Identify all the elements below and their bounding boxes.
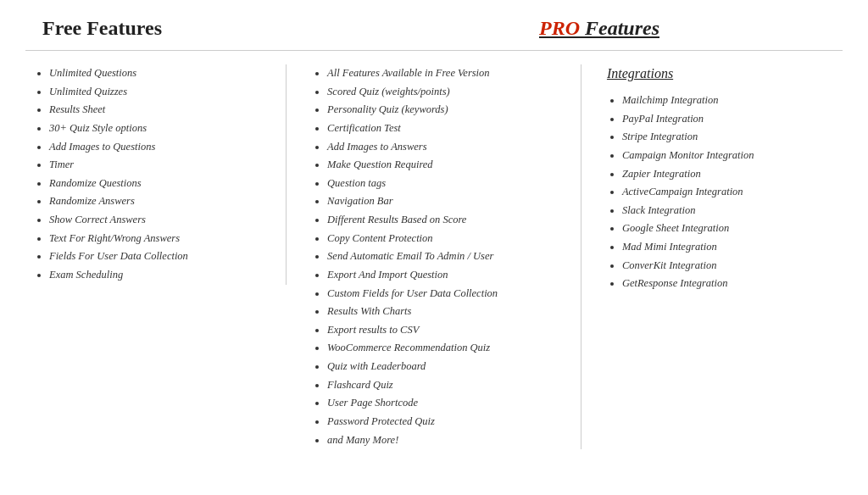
list-item: Slack Integration	[622, 202, 843, 220]
list-item: Flashcard Quiz	[327, 376, 572, 394]
list-item: Results With Charts	[327, 303, 572, 320]
list-item: Stripe Integration	[622, 128, 843, 146]
list-item: All Features Available in Free Version	[327, 64, 572, 82]
free-features-list: Unlimited QuestionsUnlimited QuizzesResu…	[34, 64, 269, 285]
list-item: Fields For User Data Collection	[49, 248, 269, 265]
list-item: Exam Scheduling	[49, 266, 269, 284]
list-item: Export And Import Question	[327, 266, 572, 284]
integrations-column: Integrations Mailchimp IntegrationPayPal…	[581, 64, 843, 293]
list-item: GetResponse Integration	[622, 275, 843, 292]
list-item: Randomize Answers	[49, 192, 269, 210]
list-item: ConverKit Integration	[622, 257, 843, 275]
list-item: Show Correct Answers	[49, 211, 269, 229]
list-item: Make Question Required	[327, 156, 572, 174]
list-item: Quiz with Leaderboard	[327, 358, 572, 375]
pro-label: PRO	[539, 17, 580, 39]
pro-features-title-wrap: PRO Features	[305, 17, 843, 40]
list-item: Copy Content Protection	[327, 230, 572, 248]
integrations-heading: Integrations	[607, 66, 843, 81]
pro-features-title: PRO Features	[539, 17, 659, 39]
list-item: Scored Quiz (weights/points)	[327, 83, 572, 101]
integrations-list: Mailchimp IntegrationPayPal IntegrationS…	[607, 92, 843, 293]
page-wrapper: Free Features PRO Features Unlimited Que…	[0, 0, 868, 495]
list-item: User Page Shortcode	[327, 394, 572, 412]
header-row: Free Features PRO Features	[25, 17, 843, 51]
features-label: Features	[580, 17, 659, 39]
list-item: and Many More!	[327, 431, 572, 449]
free-column: Unlimited QuestionsUnlimited QuizzesResu…	[25, 64, 287, 285]
list-item: Unlimited Quizzes	[49, 83, 269, 101]
list-item: Navigation Bar	[327, 192, 572, 210]
list-item: ActiveCampaign Integration	[622, 183, 843, 201]
list-item: Custom Fields for User Data Collection	[327, 285, 572, 303]
list-item: Mailchimp Integration	[622, 92, 843, 109]
list-item: Export results to CSV	[327, 321, 572, 339]
list-item: Send Automatic Email To Admin / User	[327, 248, 572, 265]
list-item: Timer	[49, 156, 269, 174]
list-item: Add Images to Questions	[49, 138, 269, 156]
list-item: Password Protected Quiz	[327, 413, 572, 431]
list-item: Text For Right/Wrong Answers	[49, 230, 269, 248]
list-item: Results Sheet	[49, 101, 269, 119]
list-item: Certification Test	[327, 120, 572, 137]
list-item: Mad Mimi Integration	[622, 238, 843, 256]
pro-features-list: All Features Available in Free VersionSc…	[312, 64, 572, 449]
list-item: Campaign Monitor Integration	[622, 147, 843, 164]
list-item: Randomize Questions	[49, 175, 269, 192]
list-item: Add Images to Answers	[327, 138, 572, 156]
pro-column: All Features Available in Free VersionSc…	[287, 64, 581, 449]
list-item: Personality Quiz (keywords)	[327, 101, 572, 119]
list-item: Unlimited Questions	[49, 64, 269, 82]
list-item: Question tags	[327, 175, 572, 192]
free-features-title: Free Features	[25, 17, 305, 40]
list-item: PayPal Integration	[622, 110, 843, 128]
list-item: Different Results Based on Score	[327, 211, 572, 229]
list-item: Google Sheet Integration	[622, 220, 843, 237]
list-item: Zapier Integration	[622, 165, 843, 183]
list-item: WooCommerce Recommendation Quiz	[327, 339, 572, 357]
content-row: Unlimited QuestionsUnlimited QuizzesResu…	[25, 64, 843, 449]
list-item: 30+ Quiz Style options	[49, 120, 269, 137]
